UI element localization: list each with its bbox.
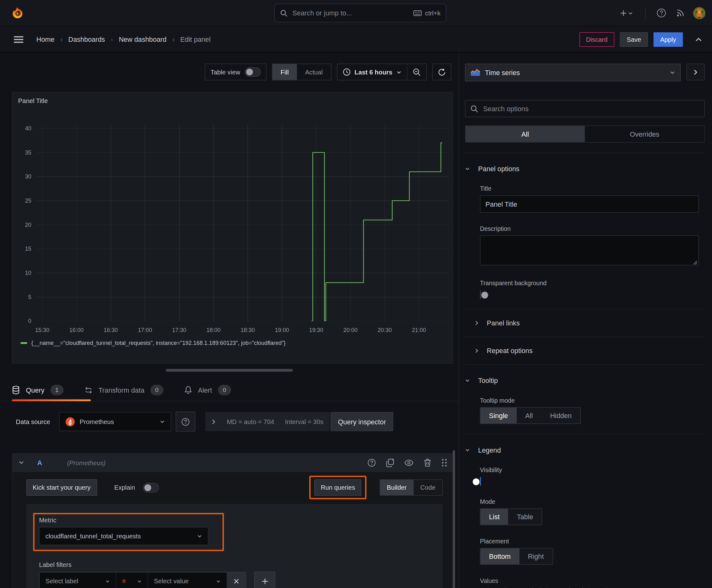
- query-help-icon[interactable]: [367, 458, 376, 467]
- datasource-help-button[interactable]: [176, 412, 195, 432]
- tab-overrides[interactable]: Overrides: [585, 126, 704, 142]
- edit-panel-content: Table view Fill Actual Last 6 hours: [0, 53, 712, 588]
- query-count-badge: 1: [50, 385, 63, 395]
- query-inspector-button[interactable]: Query inspector: [330, 412, 393, 431]
- divider: [465, 337, 705, 337]
- chevron-right-icon[interactable]: [212, 419, 216, 425]
- section-legend[interactable]: Legend: [465, 446, 705, 454]
- legend-list-option[interactable]: List: [480, 509, 508, 525]
- chevron-down-icon: [465, 448, 470, 452]
- shortcut-hint: ctrl+k: [413, 9, 440, 17]
- tab-transform-data[interactable]: Transform data 0: [84, 379, 164, 401]
- interval-stat: Interval = 30s: [285, 418, 323, 425]
- select-label-dropdown[interactable]: Select label: [40, 572, 116, 588]
- discard-button[interactable]: Discard: [579, 32, 614, 46]
- divider: [465, 434, 705, 434]
- scrollbar-thumb[interactable]: [453, 450, 455, 588]
- legend-table-option[interactable]: Table: [508, 509, 542, 525]
- visualization-name: Time series: [485, 68, 520, 76]
- breadcrumb-new-dashboard[interactable]: New dashboard: [118, 36, 166, 43]
- user-avatar[interactable]: [692, 6, 706, 20]
- delete-query-icon[interactable]: [424, 458, 432, 467]
- section-repeat-options[interactable]: Repeat options: [475, 347, 705, 355]
- legend-values-label: Values: [480, 577, 705, 584]
- global-search[interactable]: ctrl+k: [274, 4, 447, 22]
- toggle-viz-picker-button[interactable]: [687, 63, 705, 80]
- run-queries-button[interactable]: Run queries: [315, 479, 362, 496]
- refresh-button[interactable]: [432, 63, 451, 80]
- chevron-down-icon: [628, 11, 633, 15]
- tooltip-hidden-option[interactable]: Hidden: [542, 407, 580, 423]
- builder-option[interactable]: Builder: [380, 480, 413, 495]
- menu-toggle-button[interactable]: [14, 36, 24, 43]
- section-panel-options[interactable]: Panel options: [465, 165, 705, 173]
- search-input[interactable]: [292, 8, 413, 17]
- tooltip-all-option[interactable]: All: [517, 407, 542, 423]
- tab-query[interactable]: Query 1: [12, 379, 64, 401]
- options-search-input[interactable]: [482, 104, 699, 113]
- datasource-label: Data source: [16, 418, 50, 425]
- tab-all[interactable]: All: [466, 126, 585, 142]
- time-range-picker[interactable]: Last 6 hours: [337, 64, 407, 80]
- fill-actual-segmented: Fill Actual: [272, 63, 331, 80]
- divider: [465, 153, 705, 153]
- panel-actions: Discard Save Apply: [579, 32, 706, 46]
- options-sidebar: Time series All Overrides: [459, 53, 712, 588]
- apply-button[interactable]: Apply: [653, 32, 683, 46]
- description-textarea[interactable]: [480, 235, 699, 265]
- tooltip-single-option[interactable]: Single: [480, 407, 516, 423]
- breadcrumb-home[interactable]: Home: [37, 36, 55, 43]
- operator-dropdown[interactable]: =: [116, 572, 148, 588]
- top-nav-actions: [615, 0, 707, 26]
- query-editor-body: Kick start your query Explain Run querie…: [12, 472, 454, 588]
- tab-alert[interactable]: Alert 0: [184, 379, 231, 401]
- save-button[interactable]: Save: [620, 32, 648, 46]
- kick-start-query-button[interactable]: Kick start your query: [26, 479, 97, 496]
- news-rss-button[interactable]: [673, 6, 688, 20]
- options-search[interactable]: [465, 100, 705, 117]
- grafana-logo-icon[interactable]: [12, 7, 23, 19]
- table-view-toggle[interactable]: [245, 67, 261, 77]
- resize-handle[interactable]: [166, 369, 293, 372]
- chevron-down-icon: [137, 580, 142, 583]
- chevron-down-icon: [465, 379, 470, 383]
- chart-legend: {__name__="cloudflared_tunnel_total_requ…: [20, 340, 286, 346]
- explain-control: Explain: [114, 483, 159, 492]
- alert-count-badge: 0: [218, 385, 231, 395]
- legend-series-label[interactable]: {__name__="cloudflared_tunnel_total_requ…: [31, 340, 286, 346]
- placement-bottom-option[interactable]: Bottom: [480, 548, 519, 564]
- code-option[interactable]: Code: [413, 480, 442, 495]
- fill-option[interactable]: Fill: [273, 64, 297, 80]
- section-tooltip-label: Tooltip: [478, 377, 498, 384]
- section-panel-links[interactable]: Panel links: [475, 319, 705, 327]
- section-tooltip[interactable]: Tooltip: [465, 377, 705, 384]
- collapse-options-button[interactable]: [691, 32, 706, 46]
- duplicate-query-icon[interactable]: [386, 458, 394, 467]
- query-options: MD = auto = 704 Interval = 30s: [205, 412, 330, 431]
- remove-filter-button[interactable]: [227, 572, 245, 588]
- select-value-dropdown[interactable]: Select value: [148, 572, 227, 588]
- legend-visibility-toggle[interactable]: [480, 477, 481, 486]
- time-series-chart[interactable]: [37, 124, 449, 321]
- query-row-header[interactable]: A (Prometheus): [12, 454, 454, 472]
- explain-label: Explain: [114, 484, 135, 491]
- visualization-picker[interactable]: Time series: [465, 63, 681, 81]
- metric-select[interactable]: cloudflared_tunnel_total_requests: [39, 527, 209, 545]
- query-builder-area: Metric cloudflared_tunnel_total_requests…: [26, 504, 443, 588]
- zoom-out-time-button[interactable]: [407, 64, 426, 80]
- add-filter-button[interactable]: [254, 572, 275, 588]
- panel-preview[interactable]: Panel Title 0510152025303540 15:3016:001…: [12, 92, 453, 364]
- section-repeat-options-label: Repeat options: [487, 347, 533, 355]
- tab-transform-label: Transform data: [99, 386, 145, 394]
- datasource-picker[interactable]: Prometheus: [59, 412, 171, 431]
- toggle-visibility-icon[interactable]: [404, 459, 413, 466]
- explain-toggle[interactable]: [143, 483, 159, 492]
- breadcrumb-dashboards[interactable]: Dashboards: [68, 36, 105, 43]
- panel-title-input[interactable]: [480, 195, 699, 213]
- drag-handle-icon[interactable]: [441, 458, 447, 467]
- actual-option[interactable]: Actual: [297, 64, 331, 80]
- placement-right-option[interactable]: Right: [519, 548, 553, 564]
- new-menu-button[interactable]: [615, 6, 637, 20]
- help-button[interactable]: [654, 6, 668, 20]
- transparent-background-toggle[interactable]: [480, 290, 481, 299]
